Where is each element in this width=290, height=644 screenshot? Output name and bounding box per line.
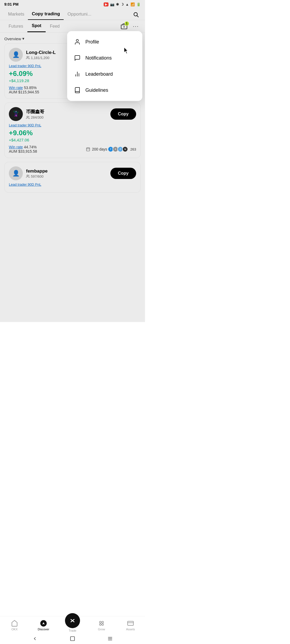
svg-point-5: [76, 39, 78, 42]
dropdown-menu: Profile Notifications Leaderboard Guidel…: [67, 31, 142, 101]
book-icon: [74, 86, 81, 94]
dropdown-notifications-label: Notifications: [85, 55, 112, 61]
dropdown-leaderboard-label: Leaderboard: [85, 71, 113, 77]
dropdown-item-profile[interactable]: Profile: [67, 34, 142, 50]
dropdown-item-guidelines[interactable]: Guidelines: [67, 82, 142, 98]
bar-chart-icon: [74, 70, 81, 78]
dropdown-item-notifications[interactable]: Notifications: [67, 50, 142, 66]
chat-icon: [74, 54, 81, 62]
dropdown-guidelines-label: Guidelines: [85, 87, 108, 93]
dropdown-profile-label: Profile: [85, 39, 99, 45]
dropdown-item-leaderboard[interactable]: Leaderboard: [67, 66, 142, 82]
person-icon: [74, 38, 81, 46]
